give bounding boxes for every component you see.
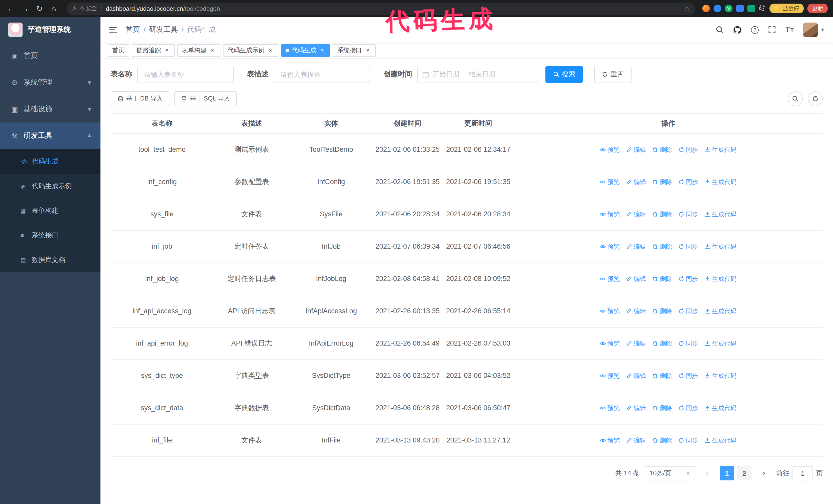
puzzle-extensions-icon[interactable] <box>759 4 766 13</box>
extension-icon[interactable] <box>747 5 755 12</box>
extension-icon[interactable] <box>714 5 721 12</box>
date-start-placeholder[interactable]: 开始日期 <box>433 70 459 79</box>
generate-code-link[interactable]: 生成代码 <box>704 371 737 380</box>
generate-code-link[interactable]: 生成代码 <box>704 145 737 154</box>
extension-icon[interactable] <box>702 5 710 12</box>
edit-link[interactable]: 编辑 <box>626 339 646 348</box>
sync-link[interactable]: 同步 <box>678 306 698 316</box>
logo[interactable]: 芋道管理系统 <box>0 17 100 43</box>
edit-link[interactable]: 编辑 <box>626 403 646 413</box>
goto-page-input[interactable] <box>792 466 813 480</box>
tab-form-builder[interactable]: 表单构建 × <box>177 44 220 57</box>
extension-icon[interactable]: V <box>725 5 733 12</box>
edit-link[interactable]: 编辑 <box>626 145 646 154</box>
next-page-button[interactable]: › <box>757 466 771 480</box>
tab-close-icon[interactable]: × <box>209 47 216 54</box>
tab-close-icon[interactable]: × <box>364 47 371 54</box>
generate-code-link[interactable]: 生成代码 <box>704 242 737 251</box>
edit-link[interactable]: 编辑 <box>626 436 646 445</box>
fullscreen-icon[interactable] <box>768 26 776 34</box>
prev-page-button[interactable]: ‹ <box>700 466 715 480</box>
refresh-table-button[interactable] <box>808 91 823 106</box>
address-bar[interactable]: ⚠ 不安全 dashboard.yudao.iocoder.cn/tool/co… <box>67 2 695 15</box>
page-size-select[interactable]: 10条/页 ▼ <box>645 466 695 480</box>
search-button[interactable]: 搜索 <box>545 66 583 83</box>
generate-code-link[interactable]: 生成代码 <box>704 436 737 445</box>
sync-link[interactable]: 同步 <box>678 242 698 251</box>
edit-link[interactable]: 编辑 <box>626 274 646 284</box>
extension-icon[interactable] <box>736 5 744 12</box>
github-icon[interactable] <box>733 25 742 34</box>
tab-close-icon[interactable]: × <box>267 47 274 54</box>
edit-link[interactable]: 编辑 <box>626 306 646 316</box>
paused-badge[interactable]: 已暂停 <box>769 4 804 13</box>
generate-code-link[interactable]: 生成代码 <box>704 177 737 187</box>
delete-link[interactable]: 删除 <box>652 436 672 445</box>
sidebar-item-infra[interactable]: ▣ 基础设施 ▼ <box>0 96 100 123</box>
preview-link[interactable]: 预览 <box>600 145 620 154</box>
breadcrumb-home[interactable]: 首页 <box>125 25 140 34</box>
delete-link[interactable]: 删除 <box>652 339 672 348</box>
edit-link[interactable]: 编辑 <box>626 177 646 187</box>
bookmark-star-icon[interactable]: ☆ <box>684 5 690 12</box>
page-button-2[interactable]: 2 <box>737 466 752 480</box>
sync-link[interactable]: 同步 <box>678 403 698 413</box>
edit-link[interactable]: 编辑 <box>626 371 646 380</box>
table-name-input[interactable] <box>137 66 234 83</box>
sync-link[interactable]: 同步 <box>678 145 698 154</box>
delete-link[interactable]: 删除 <box>652 177 672 187</box>
sync-link[interactable]: 同步 <box>678 177 698 187</box>
generate-code-link[interactable]: 生成代码 <box>704 306 737 316</box>
import-db-button[interactable]: 基于 DB 导入 <box>111 91 169 106</box>
tab-close-icon[interactable]: × <box>319 47 326 54</box>
preview-link[interactable]: 预览 <box>600 210 620 219</box>
breadcrumb-devtools[interactable]: 研发工具 <box>149 25 178 34</box>
tab-codegen[interactable]: 代码生成 × <box>281 44 330 57</box>
sidebar-item-codegen[interactable]: </> 代码生成 <box>0 149 100 174</box>
edit-link[interactable]: 编辑 <box>626 210 646 219</box>
generate-code-link[interactable]: 生成代码 <box>704 403 737 413</box>
delete-link[interactable]: 删除 <box>652 274 672 284</box>
sidebar-item-form-builder[interactable]: ▦ 表单构建 <box>0 198 100 223</box>
delete-link[interactable]: 删除 <box>652 306 672 316</box>
sync-link[interactable]: 同步 <box>678 436 698 445</box>
preview-link[interactable]: 预览 <box>600 403 620 413</box>
search-icon[interactable] <box>716 26 724 34</box>
sidebar-item-home[interactable]: ◉ 首页 <box>0 43 100 69</box>
delete-link[interactable]: 删除 <box>652 403 672 413</box>
table-desc-input[interactable] <box>274 66 370 83</box>
preview-link[interactable]: 预览 <box>600 177 620 187</box>
preview-link[interactable]: 预览 <box>600 242 620 251</box>
sidebar-item-devtools[interactable]: ⚒ 研发工具 ▼ <box>0 123 100 149</box>
date-end-placeholder[interactable]: 结束日期 <box>469 70 496 79</box>
generate-code-link[interactable]: 生成代码 <box>704 210 737 219</box>
tab-home[interactable]: 首页 <box>108 44 129 57</box>
delete-link[interactable]: 删除 <box>652 242 672 251</box>
edit-link[interactable]: 编辑 <box>626 242 646 251</box>
back-icon[interactable]: ← <box>5 3 17 14</box>
preview-link[interactable]: 预览 <box>600 274 620 284</box>
sync-link[interactable]: 同步 <box>678 210 698 219</box>
preview-link[interactable]: 预览 <box>600 436 620 445</box>
preview-link[interactable]: 预览 <box>600 339 620 348</box>
sidebar-item-db-doc[interactable]: ▤ 数据库文档 <box>0 248 100 272</box>
sidebar-item-system[interactable]: ⚙ 系统管理 ▼ <box>0 69 100 96</box>
date-range-picker[interactable]: 开始日期 - 结束日期 <box>417 66 538 83</box>
help-icon[interactable]: ? <box>751 26 759 33</box>
security-chip[interactable]: ⚠ 不安全 <box>72 5 102 12</box>
tab-system-api[interactable]: 系统接口 × <box>333 44 376 57</box>
sync-link[interactable]: 同步 <box>678 339 698 348</box>
delete-link[interactable]: 删除 <box>652 371 672 380</box>
sidebar-item-codegen-example[interactable]: ◈ 代码生成示例 <box>0 174 100 198</box>
user-menu[interactable]: ▼ <box>803 23 825 37</box>
home-icon[interactable]: ⌂ <box>48 3 60 14</box>
page-button-1[interactable]: 1 <box>720 466 734 480</box>
reset-button[interactable]: 重置 <box>594 66 632 83</box>
sync-link[interactable]: 同步 <box>678 371 698 380</box>
delete-link[interactable]: 删除 <box>652 210 672 219</box>
preview-link[interactable]: 预览 <box>600 306 620 316</box>
font-size-icon[interactable]: TT <box>786 26 794 34</box>
toggle-search-button[interactable] <box>788 91 803 106</box>
generate-code-link[interactable]: 生成代码 <box>704 274 737 284</box>
tab-codegen-example[interactable]: 代码生成示例 × <box>223 44 278 57</box>
